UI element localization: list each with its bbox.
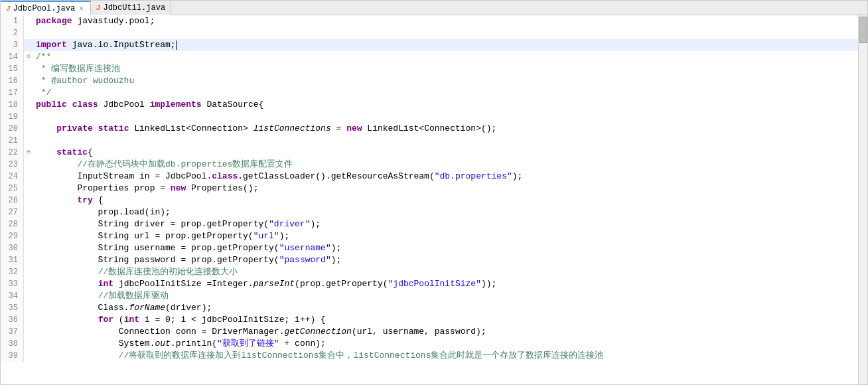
token-plain: prop.load(in); [36,207,171,217]
token-comment: * @author wudouzhu [36,76,134,86]
line-number: 37 [1,326,24,338]
scrollbar-v[interactable] [858,15,867,384]
code-line: 19 [1,111,858,123]
token-plain: + conn); [279,339,326,348]
token-plain: )); [481,279,496,289]
fold-indicator[interactable]: ⊖ [24,147,33,159]
line-number: 27 [1,206,24,218]
token-kw: new [346,123,362,133]
line-content: Connection conn = DriverManager.getConne… [33,326,486,338]
token-str: "url" [253,231,279,241]
token-plain: InputStream in = JdbcPool. [36,171,212,181]
code-line: 15 * 编写数据库连接池 [1,63,858,75]
code-line: 34 //加载数据库驱动 [1,290,858,302]
line-content: System.out.println("获取到了链接" + conn); [33,338,326,350]
line-content: static{ [33,147,93,159]
token-plain: ( [113,315,124,325]
token-method: getConnection [284,327,351,337]
token-comment: //在静态代码块中加载db.properties数据库配置文件 [77,159,293,169]
token-plain: ); [512,171,523,181]
token-plain: String username = prop.getProperty( [36,243,279,253]
token-plain [36,267,98,277]
token-kw: int [124,315,139,325]
line-number: 35 [1,302,24,314]
token-plain: (prop.getProperty( [295,279,388,289]
line-content: * 编写数据库连接池 [33,63,120,75]
line-number: 16 [1,75,24,87]
token-plain: String driver = prop.getProperty( [36,219,269,229]
line-number: 21 [1,135,24,147]
token-str: "username" [279,243,331,253]
code-line: 24 InputStream in = JdbcPool.class.getCl… [1,171,858,183]
token-plain [36,195,77,205]
code-line: 36 for (int i = 0; i < jdbcPoolInitSize;… [1,314,858,326]
token-kw: new [171,183,186,193]
code-line: 35 Class.forName(driver); [1,302,858,314]
line-number: 23 [1,159,24,171]
text-cursor [176,40,177,50]
token-kw: for [98,315,113,325]
code-line: 17 */ [1,87,858,99]
token-plain: JdbcPool [98,100,150,110]
token-plain: ); [331,243,342,253]
token-plain: String password = prop.getProperty( [36,255,279,265]
token-str: "jdbcPoolInitSize" [388,279,481,289]
token-plain [67,100,72,110]
token-kw: import [36,40,67,50]
code-area[interactable]: 1package javastudy.pool;23import java.io… [1,15,858,384]
line-number: 32 [1,266,24,278]
token-kw: class [72,100,98,110]
code-line: 20 private static LinkedList<Connection>… [1,123,858,135]
line-number: 28 [1,218,24,230]
code-line: 26 try { [1,194,858,206]
token-plain: ); [310,219,321,229]
line-number: 31 [1,254,24,266]
line-content: String driver = prop.getProperty("driver… [33,218,321,230]
code-line: 37 Connection conn = DriverManager.getCo… [1,326,858,338]
token-plain: = [331,123,346,133]
token-plain: (url, username, password); [352,327,486,337]
token-kw: class [212,171,238,181]
line-number: 24 [1,171,24,183]
tab-close-jdbcpool[interactable]: ✕ [78,4,85,13]
token-plain: Properties(); [186,183,258,193]
token-kw: static [98,123,129,133]
line-content: int jdbcPoolInitSize =Integer.parseInt(p… [33,278,496,290]
token-plain: java.io.InputStream; [67,40,176,50]
line-content: //在静态代码块中加载db.properties数据库配置文件 [33,159,293,171]
token-plain: jdbcPoolInitSize =Integer. [113,279,253,289]
token-italic: listConnections [253,123,331,133]
token-kw: package [36,16,72,26]
line-content: import java.io.InputStream; [33,39,177,51]
tab-jdbcutil[interactable]: J JdbcUtil.java [91,1,171,15]
token-method: forName [129,303,165,313]
fold-indicator[interactable]: ⊖ [24,51,33,63]
token-plain [36,350,119,360]
token-comment: //数据库连接池的初始化连接数大小 [98,267,238,277]
line-number: 38 [1,338,24,350]
token-plain: i = 0; i < jdbcPoolInitSize; i++) { [139,315,326,325]
code-line: 33 int jdbcPoolInitSize =Integer.parseIn… [1,278,858,290]
code-line: 30 String username = prop.getProperty("u… [1,242,858,254]
token-plain: LinkedList<Connection> [129,123,253,133]
token-plain [36,123,56,133]
line-content: * @author wudouzhu [33,75,134,87]
line-content: String password = prop.getProperty("pass… [33,254,341,266]
tab-jdbcpool[interactable]: J JdbcPool.java ✕ [1,1,91,15]
token-method: parseInt [253,279,295,289]
tab-bar: J JdbcPool.java ✕ J JdbcUtil.java [1,1,867,15]
token-str: "password" [279,255,331,265]
token-plain [93,123,98,133]
line-content: prop.load(in); [33,206,171,218]
token-comment: //加载数据库驱动 [98,291,169,301]
line-number: 17 [1,87,24,99]
token-plain [36,147,56,157]
token-plain: Properties prop = [36,183,171,193]
line-content: package javastudy.pool; [33,15,155,27]
token-kw: try [77,195,92,205]
code-line: 1package javastudy.pool; [1,15,858,27]
line-content: Class.forName(driver); [33,302,212,314]
code-line: 32 //数据库连接池的初始化连接数大小 [1,266,858,278]
scrollbar-thumb[interactable] [859,17,867,43]
line-number: 19 [1,111,24,123]
